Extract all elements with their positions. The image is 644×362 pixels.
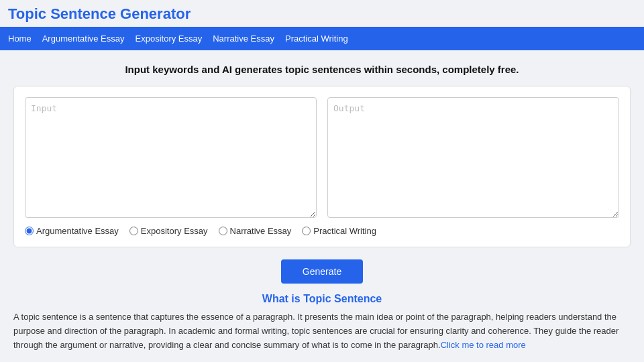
nav-practical[interactable]: Practical Writing — [285, 34, 348, 44]
what-is-body: A topic sentence is a sentence that capt… — [13, 310, 631, 352]
main-nav: Home Argumentative Essay Expository Essa… — [0, 27, 644, 50]
nav-argumentative[interactable]: Argumentative Essay — [42, 34, 125, 44]
radio-row: Argumentative Essay Expository Essay Nar… — [25, 226, 619, 236]
read-more-link[interactable]: Click me to read more — [441, 340, 526, 350]
radio-expository-text: Expository Essay — [141, 226, 208, 236]
io-row — [25, 97, 619, 218]
radio-practical-label[interactable]: Practical Writing — [302, 226, 376, 236]
generate-button[interactable]: Generate — [281, 259, 363, 284]
nav-narrative[interactable]: Narrative Essay — [213, 34, 274, 44]
radio-expository-label[interactable]: Expository Essay — [129, 226, 208, 236]
tool-container: Argumentative Essay Expository Essay Nar… — [13, 86, 631, 247]
info-section: What is Topic Sentence A topic sentence … — [13, 293, 631, 362]
input-textarea[interactable] — [25, 97, 317, 218]
page-title: Topic Sentence Generator — [0, 0, 644, 27]
radio-narrative[interactable] — [219, 227, 227, 235]
radio-practical[interactable] — [302, 227, 311, 235]
radio-argumentative[interactable] — [25, 227, 34, 235]
what-is-title: What is Topic Sentence — [13, 293, 631, 305]
output-textarea[interactable] — [327, 97, 619, 218]
radio-narrative-label[interactable]: Narrative Essay — [219, 226, 292, 236]
subtitle: Input keywords and AI generates topic se… — [0, 50, 644, 86]
nav-expository[interactable]: Expository Essay — [136, 34, 203, 44]
nav-home[interactable]: Home — [8, 34, 32, 44]
radio-argumentative-text: Argumentative Essay — [36, 226, 119, 236]
radio-practical-text: Practical Writing — [313, 226, 376, 236]
generate-row: Generate — [0, 259, 644, 284]
radio-narrative-text: Narrative Essay — [230, 226, 292, 236]
radio-expository[interactable] — [129, 227, 138, 235]
radio-argumentative-label[interactable]: Argumentative Essay — [25, 226, 119, 236]
